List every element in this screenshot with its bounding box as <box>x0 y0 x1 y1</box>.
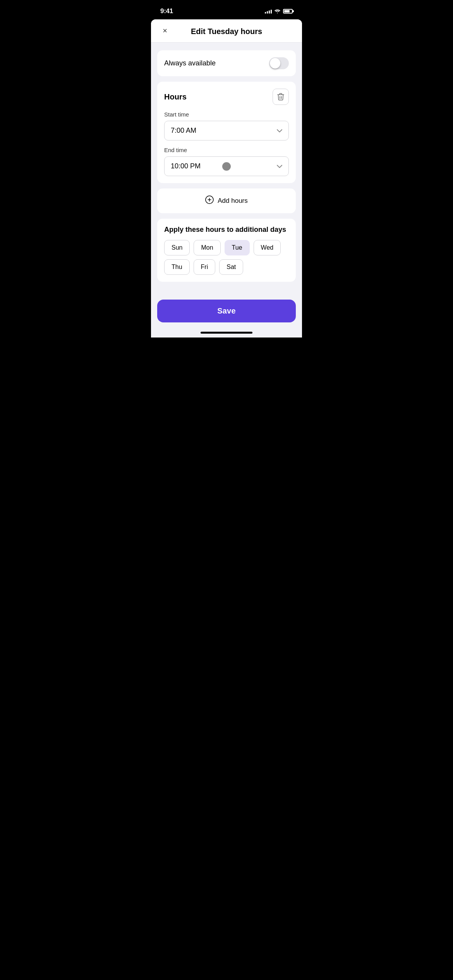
add-hours-icon <box>205 195 214 206</box>
always-available-label: Always available <box>164 59 216 67</box>
end-time-label: End time <box>164 147 289 153</box>
signal-bars-icon <box>265 9 272 14</box>
phone-frame: 9:41 × Edit Tuesday hours <box>151 0 302 338</box>
start-time-value: 7:00 AM <box>171 127 196 135</box>
sheet-body: Always available Hours St <box>151 43 302 295</box>
always-available-row: Always available <box>164 57 289 69</box>
status-time: 9:41 <box>160 7 173 15</box>
apply-days-card: Apply these hours to additional days Sun… <box>157 219 296 282</box>
add-hours-button[interactable]: Add hours <box>157 188 296 213</box>
end-time-value: 10:00 PM <box>171 162 201 170</box>
toggle-knob <box>270 58 280 69</box>
home-bar <box>201 332 252 334</box>
home-indicator <box>151 329 302 338</box>
end-time-chevron-icon <box>277 163 282 170</box>
status-icons <box>265 9 293 14</box>
sheet-header: × Edit Tuesday hours <box>151 19 302 43</box>
day-chip-wed[interactable]: Wed <box>254 240 281 255</box>
always-available-card: Always available <box>157 50 296 76</box>
save-area: Save <box>151 295 302 329</box>
delete-hours-button[interactable] <box>273 89 289 105</box>
day-chip-sat[interactable]: Sat <box>219 259 243 275</box>
hours-title: Hours <box>164 93 187 101</box>
sheet-title: Edit Tuesday hours <box>191 27 262 36</box>
day-chip-fri[interactable]: Fri <box>194 259 216 275</box>
start-time-label: Start time <box>164 111 289 118</box>
day-chip-mon[interactable]: Mon <box>194 240 220 255</box>
status-bar: 9:41 <box>151 0 302 19</box>
always-available-toggle[interactable] <box>269 57 289 69</box>
apply-days-title: Apply these hours to additional days <box>164 226 289 234</box>
start-time-chevron-icon <box>277 128 282 134</box>
end-time-dropdown[interactable]: 10:00 PM <box>164 156 289 176</box>
bottom-sheet: × Edit Tuesday hours Always available Ho… <box>151 19 302 338</box>
hours-card: Hours Start time 7:00 AM <box>157 82 296 183</box>
day-chip-sun[interactable]: Sun <box>164 240 190 255</box>
end-time-dropdown-wrapper: 10:00 PM <box>164 156 289 176</box>
day-chip-tue[interactable]: Tue <box>225 240 250 255</box>
save-button[interactable]: Save <box>157 300 296 322</box>
battery-icon <box>283 9 293 14</box>
trash-icon <box>277 93 284 101</box>
days-row: SunMonTueWedThuFriSat <box>164 240 289 275</box>
add-hours-label: Add hours <box>218 197 248 205</box>
close-button[interactable]: × <box>159 25 171 37</box>
wifi-icon <box>274 9 281 14</box>
hours-header: Hours <box>164 89 289 105</box>
start-time-dropdown[interactable]: 7:00 AM <box>164 121 289 140</box>
day-chip-thu[interactable]: Thu <box>164 259 190 275</box>
